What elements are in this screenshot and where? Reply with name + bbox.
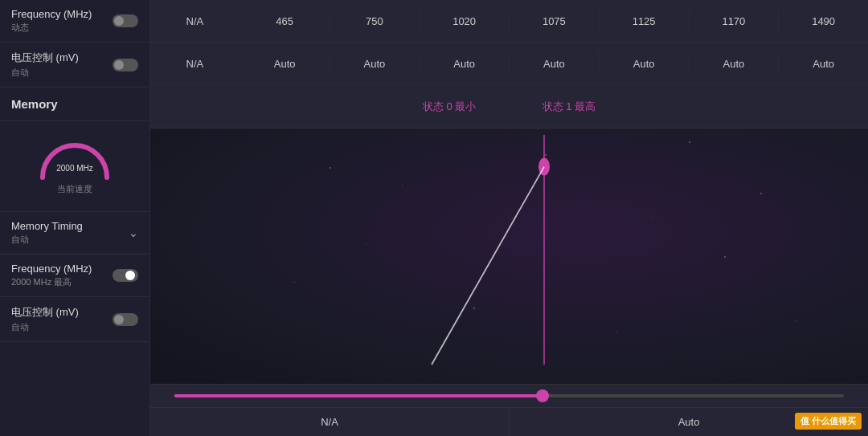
bottom-cells: N/A Auto [150,407,868,436]
mem-voltage-sub: 自动 [11,321,79,333]
bottom-cell-na: N/A [150,408,510,436]
freq-cell-1: 465 [240,9,330,34]
state1-label: 状态 1 最高 [510,100,629,114]
freq-cell-6: 1170 [690,9,780,34]
freq-slider-track[interactable] [174,394,844,397]
memory-timing-sub: 自动 [11,234,83,246]
mem-voltage-item: 电压控制 (mV) 自动 [0,297,149,342]
slider-fill [174,394,542,397]
svg-line-3 [432,167,544,365]
mem-freq-item: Frequency (MHz) 2000 MHz 最高 [0,255,149,297]
voltage-cells: N/A Auto Auto Auto Auto Auto Auto Auto [150,51,868,76]
freq-table-row: N/A 465 750 1020 1075 1125 1170 1490 [150,0,868,43]
chart-area [150,128,868,384]
memory-header-row: 状态 0 最小 状态 1 最高 [150,85,868,128]
voltage-cell-4: Auto [510,51,600,76]
voltage-cell-0: N/A [150,51,240,76]
memory-timing-title: Memory Timing [11,220,83,232]
watermark: 值 什么值得买 [795,413,862,430]
gauge-sub: 当前速度 [57,183,92,195]
sidebar: Frequency (MHz) 动态 电压控制 (mV) 自动 Memory [0,0,150,436]
mem-freq-toggle[interactable] [113,269,138,282]
freq-cell-7: 1490 [779,9,868,34]
voltage-cell-7: Auto [779,51,868,76]
freq-cell-2: 750 [330,9,420,34]
slider-area [150,384,868,407]
speed-gauge: 2000 MHz [35,137,115,181]
mem-voltage-title: 电压控制 (mV) [11,305,79,320]
voltage-table-row: N/A Auto Auto Auto Auto Auto Auto Auto [150,43,868,85]
chart-svg [150,128,868,384]
voltage-toggle[interactable] [113,59,138,71]
voltage-cell-6: Auto [690,51,780,76]
freq-toggle[interactable] [113,14,138,27]
voltage-cell-5: Auto [600,51,690,76]
sidebar-freq-item: Frequency (MHz) 动态 [0,0,149,43]
sidebar-voltage-item: 电压控制 (mV) 自动 [0,43,149,88]
gauge-container: 2000 MHz 当前速度 [0,121,149,212]
mem-freq-sub: 2000 MHz 最高 [11,276,92,288]
voltage-cell-2: Auto [330,51,420,76]
freq-cells: N/A 465 750 1020 1075 1125 1170 1490 [150,9,868,34]
memory-section: Memory [0,88,149,121]
freq-cell-3: 1020 [420,9,510,34]
voltage-title: 电压控制 (mV) [11,51,79,65]
state0-label: 状态 0 最小 [390,100,510,114]
slider-thumb[interactable] [536,389,549,402]
svg-text:2000 MHz: 2000 MHz [56,164,93,173]
voltage-cell-1: Auto [240,51,330,76]
freq-sub: 动态 [11,22,92,34]
chevron-down-icon: ⌄ [129,226,138,239]
freq-cell-5: 1125 [600,9,690,34]
voltage-cell-3: Auto [420,51,510,76]
freq-cell-4: 1075 [510,9,600,34]
mem-voltage-toggle[interactable] [113,313,138,326]
voltage-sub: 自动 [11,67,79,79]
freq-cell-0: N/A [150,9,240,34]
mem-freq-title: Frequency (MHz) [11,263,92,275]
memory-label: Memory [11,97,138,111]
memory-timing-section[interactable]: Memory Timing 自动 ⌄ [0,212,149,255]
main-content: N/A 465 750 1020 1075 1125 1170 1490 N/A… [150,0,868,436]
freq-title: Frequency (MHz) [11,8,92,20]
